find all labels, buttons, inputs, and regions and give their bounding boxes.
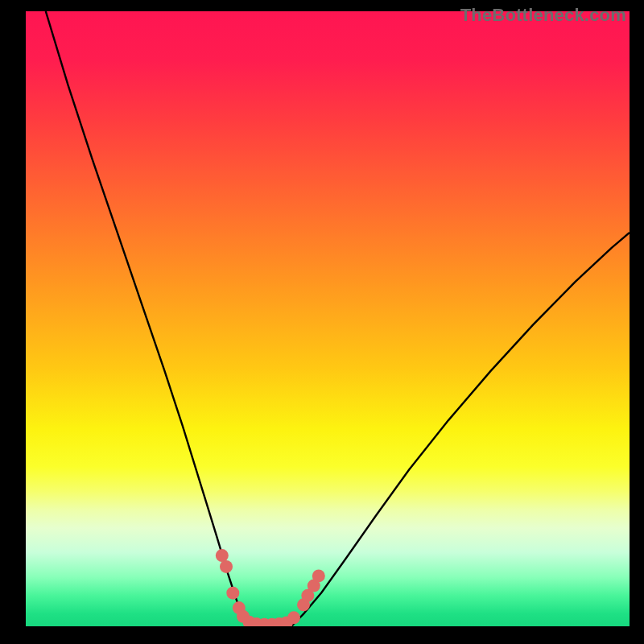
marker-cluster: [216, 549, 325, 626]
marker-dot: [312, 569, 325, 582]
marker-dot: [216, 549, 229, 562]
chart-frame: TheBottleneck.com: [0, 0, 644, 644]
plot-area: [26, 11, 630, 626]
marker-dot: [287, 611, 300, 624]
marker-dot: [220, 560, 233, 573]
left-curve: [46, 11, 254, 626]
right-curve: [291, 233, 630, 626]
curves-layer: [26, 11, 630, 626]
watermark-text: TheBottleneck.com: [460, 5, 626, 26]
marker-dot: [226, 587, 239, 600]
